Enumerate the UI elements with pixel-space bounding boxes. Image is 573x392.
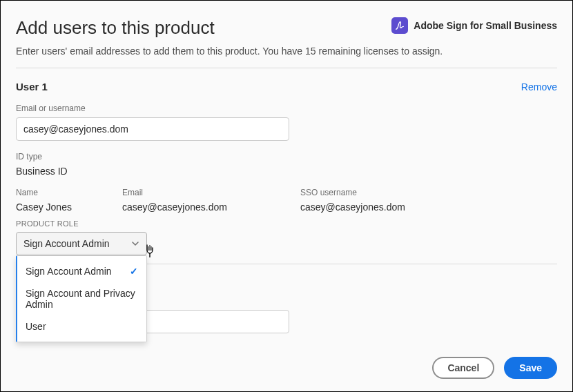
cancel-button[interactable]: Cancel: [432, 357, 494, 379]
role-option-sign-account-admin[interactable]: Sign Account Admin ✓: [17, 260, 146, 282]
email-col-value: casey@caseyjones.dom: [122, 202, 300, 213]
product-badge: Adobe Sign for Small Business: [391, 17, 557, 34]
divider: [16, 68, 557, 68]
id-type-value: Business ID: [16, 166, 557, 177]
product-role-label: PRODUCT ROLE: [16, 219, 557, 228]
modal-footer: Cancel Save: [16, 357, 557, 379]
name-label: Name: [16, 188, 122, 197]
modal-header: Add users to this product Adobe Sign for…: [16, 17, 557, 39]
email-col-label: Email: [122, 188, 300, 197]
modal-title: Add users to this product: [16, 17, 215, 39]
user-info-row: Name Casey Jones Email casey@caseyjones.…: [16, 188, 557, 213]
save-button[interactable]: Save: [504, 357, 557, 379]
email-username-input[interactable]: [16, 117, 289, 141]
sso-value: casey@caseyjones.dom: [300, 202, 557, 213]
user-1-label: User 1: [16, 81, 48, 92]
product-role-select[interactable]: Sign Account Admin: [16, 232, 147, 255]
sso-label: SSO username: [300, 188, 557, 197]
chevron-down-icon: [131, 239, 139, 248]
add-users-modal: Add users to this product Adobe Sign for…: [0, 0, 573, 392]
id-type-label: ID type: [16, 152, 557, 161]
remove-user-link[interactable]: Remove: [521, 81, 557, 92]
adobe-sign-icon: [391, 17, 408, 34]
product-role-dropdown: Sign Account Admin ✓ Sign Account and Pr…: [16, 255, 147, 342]
product-name: Adobe Sign for Small Business: [414, 20, 557, 31]
check-icon: ✓: [130, 266, 138, 277]
role-option-user[interactable]: User: [17, 315, 146, 337]
email-username-label: Email or username: [16, 104, 557, 113]
modal-subtitle: Enter users' email addresses to add them…: [16, 46, 557, 57]
product-role-selected: Sign Account Admin: [23, 238, 110, 249]
name-value: Casey Jones: [16, 202, 122, 213]
role-option-sign-account-privacy-admin[interactable]: Sign Account and Privacy Admin: [17, 282, 146, 315]
user-1-header: User 1 Remove: [16, 81, 557, 92]
